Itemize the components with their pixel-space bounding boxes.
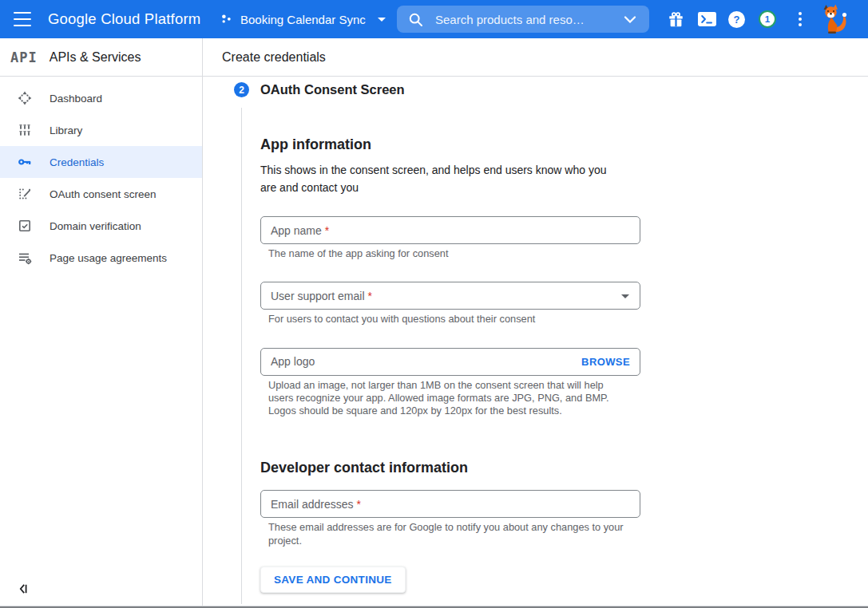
header-divider — [0, 76, 868, 77]
sidebar-item-page-usage-agreements[interactable]: Page usage agreements — [0, 242, 202, 274]
required-asterisk: * — [357, 498, 361, 511]
email-addresses-field[interactable]: Email addresses * — [260, 490, 640, 518]
content-area: 2 OAuth Consent Screen App information T… — [203, 77, 868, 608]
save-and-continue-button[interactable]: SAVE AND CONTINUE — [260, 567, 406, 593]
menu-icon[interactable] — [14, 11, 31, 27]
oauth-consent-form: App information This shows in the consen… — [260, 135, 640, 593]
app-header: Google Cloud Platform Booking Calendar S… — [0, 0, 868, 38]
app-logo-field[interactable]: App logo BROWSE — [260, 348, 640, 376]
email-addresses-helper: These email addresses are for Google to … — [268, 521, 624, 547]
sidebar-item-label: Credentials — [50, 156, 104, 168]
browse-button[interactable]: BROWSE — [581, 356, 630, 368]
page-title: Create credentials — [222, 50, 326, 65]
search-input[interactable]: Search products and reso… — [397, 6, 649, 33]
sidebar-item-label: Page usage agreements — [50, 252, 167, 264]
sidebar-item-label: OAuth consent screen — [50, 188, 157, 200]
app-logo-label: App logo — [271, 355, 315, 368]
collapse-sidebar-icon[interactable] — [17, 582, 30, 595]
sidebar-item-domain-verification[interactable]: Domain verification — [0, 210, 202, 242]
sidebar-item-label: Library — [50, 124, 82, 136]
required-asterisk: * — [368, 290, 372, 302]
app-logo-helper: Upload an image, not larger than 1MB on … — [268, 379, 624, 418]
sidebar: API APIs & Services Dashboard — [0, 38, 203, 608]
sidebar-item-dashboard[interactable]: Dashboard — [0, 82, 202, 114]
project-selector[interactable]: Booking Calendar Sync — [220, 0, 386, 38]
chevron-down-icon — [378, 18, 386, 22]
more-options-icon[interactable] — [795, 0, 805, 38]
search-expand-chevron-icon[interactable] — [624, 16, 636, 23]
app-information-description: This shows in the consent screen, and he… — [260, 161, 621, 196]
app-name-field[interactable]: App name * — [260, 216, 640, 244]
search-placeholder: Search products and reso… — [435, 13, 585, 26]
cloud-shell-icon[interactable] — [697, 0, 717, 38]
sidebar-item-label: Domain verification — [50, 220, 141, 232]
key-icon — [18, 155, 32, 169]
sidebar-nav: Dashboard Library — [0, 82, 202, 274]
oauth-consent-icon — [18, 187, 32, 201]
help-glyph: ? — [734, 14, 740, 26]
domain-verification-icon — [18, 219, 32, 233]
required-asterisk: * — [325, 224, 329, 237]
main-panel: Create credentials 2 OAuth Consent Scree… — [203, 38, 868, 608]
brand-logo: Google Cloud Platform — [48, 0, 200, 38]
search-icon — [408, 12, 423, 27]
avatar[interactable] — [819, 0, 848, 38]
dropdown-caret-icon[interactable] — [621, 294, 629, 298]
step-header: 2 OAuth Consent Screen — [234, 82, 405, 97]
step-number-badge: 2 — [234, 82, 249, 97]
developer-contact-heading: Developer contact information — [260, 458, 640, 477]
app-name-helper: The name of the app asking for consent — [268, 247, 624, 260]
whats-new-gift-icon[interactable] — [667, 0, 685, 38]
dashboard-icon — [18, 91, 32, 105]
page-titlebar: Create credentials — [203, 38, 868, 76]
sidebar-header: API APIs & Services — [0, 38, 202, 76]
stepper-line — [241, 108, 242, 604]
user-support-email-select[interactable]: User support email * — [260, 282, 640, 310]
notifications-icon[interactable]: 1 — [759, 0, 776, 38]
library-icon — [18, 123, 32, 137]
project-icon — [220, 13, 233, 26]
project-name: Booking Calendar Sync — [240, 13, 366, 26]
sidebar-item-library[interactable]: Library — [0, 114, 202, 146]
help-icon[interactable]: ? — [728, 0, 745, 38]
step-title: OAuth Consent Screen — [260, 82, 405, 97]
email-addresses-label: Email addresses — [271, 498, 354, 511]
app-information-heading: App information — [260, 135, 640, 154]
sidebar-item-credentials[interactable]: Credentials — [0, 146, 202, 178]
user-support-email-helper: For users to contact you with questions … — [268, 313, 624, 326]
app-name-label: App name — [271, 224, 322, 237]
sidebar-item-label: Dashboard — [50, 93, 102, 105]
api-logo: API — [10, 49, 38, 65]
page-usage-icon — [18, 251, 32, 265]
sidebar-item-oauth-consent-screen[interactable]: OAuth consent screen — [0, 178, 202, 210]
sidebar-title: APIs & Services — [50, 50, 141, 65]
user-support-email-label: User support email — [271, 290, 365, 302]
notification-count: 1 — [765, 14, 770, 24]
